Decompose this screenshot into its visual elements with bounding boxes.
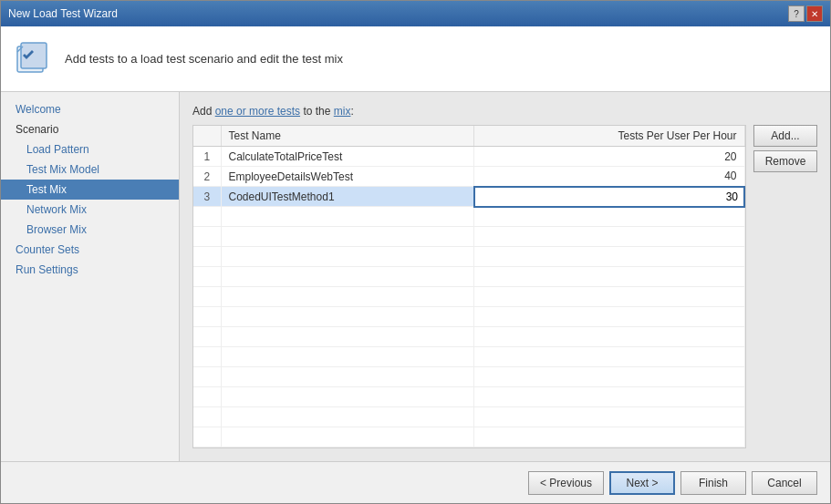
test-value-cell: 20	[474, 147, 744, 167]
empty-row	[193, 227, 744, 247]
row-number: 2	[193, 167, 221, 187]
help-button[interactable]: ?	[788, 5, 805, 22]
next-button[interactable]: Next >	[609, 471, 675, 495]
table-row-area: Test Name Tests Per User Per Hour 1Calcu…	[192, 125, 817, 448]
content-area: Add one or more tests to the mix: Test N…	[180, 92, 830, 461]
sidebar: Welcome Scenario Load Pattern Test Mix M…	[1, 92, 180, 461]
empty-row	[193, 427, 744, 447]
sidebar-item-test-mix[interactable]: Test Mix	[1, 180, 179, 200]
col-header-value: Tests Per User Per Hour	[474, 126, 744, 147]
test-name-cell: CodedUITestMethod1	[221, 187, 474, 207]
empty-row	[193, 247, 744, 267]
footer: < Previous Next > Finish Cancel	[1, 461, 830, 503]
finish-button[interactable]: Finish	[680, 471, 746, 495]
empty-row	[193, 267, 744, 287]
test-value-cell: 40	[474, 167, 744, 187]
empty-row	[193, 207, 744, 227]
title-bar: New Load Test Wizard ? ✕	[1, 1, 830, 26]
table-row[interactable]: 2EmployeeDetailsWebTest40	[193, 167, 744, 187]
sidebar-item-run-settings[interactable]: Run Settings	[1, 260, 179, 280]
header-area: Add tests to a load test scenario and ed…	[1, 26, 830, 92]
instruction-link-mix: mix	[334, 105, 351, 118]
main-content: Welcome Scenario Load Pattern Test Mix M…	[1, 92, 830, 461]
empty-row	[193, 347, 744, 367]
test-value-cell[interactable]	[474, 187, 744, 207]
sidebar-item-load-pattern[interactable]: Load Pattern	[1, 139, 179, 159]
sidebar-item-scenario: Scenario	[1, 119, 179, 139]
empty-row	[193, 287, 744, 307]
test-table-wrapper: Test Name Tests Per User Per Hour 1Calcu…	[192, 125, 746, 448]
test-table: Test Name Tests Per User Per Hour 1Calcu…	[193, 126, 745, 447]
sidebar-item-test-mix-model[interactable]: Test Mix Model	[1, 159, 179, 180]
table-row[interactable]: 1CalculateTotalPriceTest20	[193, 147, 744, 167]
header-description: Add tests to a load test scenario and ed…	[65, 52, 343, 66]
col-header-name: Test Name	[221, 126, 474, 147]
empty-row	[193, 387, 744, 407]
sidebar-item-browser-mix[interactable]: Browser Mix	[1, 220, 179, 240]
empty-row	[193, 367, 744, 387]
window-title: New Load Test Wizard	[8, 7, 118, 20]
wizard-icon	[16, 41, 52, 77]
title-bar-buttons: ? ✕	[788, 5, 823, 22]
empty-row	[193, 307, 744, 327]
test-name-cell: EmployeeDetailsWebTest	[221, 167, 474, 187]
table-row[interactable]: 3CodedUITestMethod1	[193, 187, 744, 207]
row-number: 3	[193, 187, 221, 207]
main-window: New Load Test Wizard ? ✕ Add tests to a …	[0, 0, 831, 504]
close-button[interactable]: ✕	[806, 5, 823, 22]
col-header-num	[193, 126, 221, 147]
empty-row	[193, 327, 744, 347]
sidebar-item-welcome[interactable]: Welcome	[1, 99, 179, 119]
sidebar-item-counter-sets[interactable]: Counter Sets	[1, 240, 179, 260]
row-number: 1	[193, 147, 221, 167]
test-name-cell: CalculateTotalPriceTest	[221, 147, 474, 167]
action-buttons: Add... Remove	[753, 125, 817, 172]
instruction-link-one: one or more tests	[215, 105, 300, 118]
remove-button[interactable]: Remove	[753, 150, 817, 172]
add-button[interactable]: Add...	[753, 125, 817, 147]
value-input[interactable]	[481, 190, 738, 203]
empty-row	[193, 407, 744, 427]
sidebar-item-network-mix[interactable]: Network Mix	[1, 200, 179, 220]
cancel-button[interactable]: Cancel	[752, 471, 817, 495]
instruction-text: Add one or more tests to the mix:	[192, 105, 817, 118]
previous-button[interactable]: < Previous	[528, 471, 604, 495]
